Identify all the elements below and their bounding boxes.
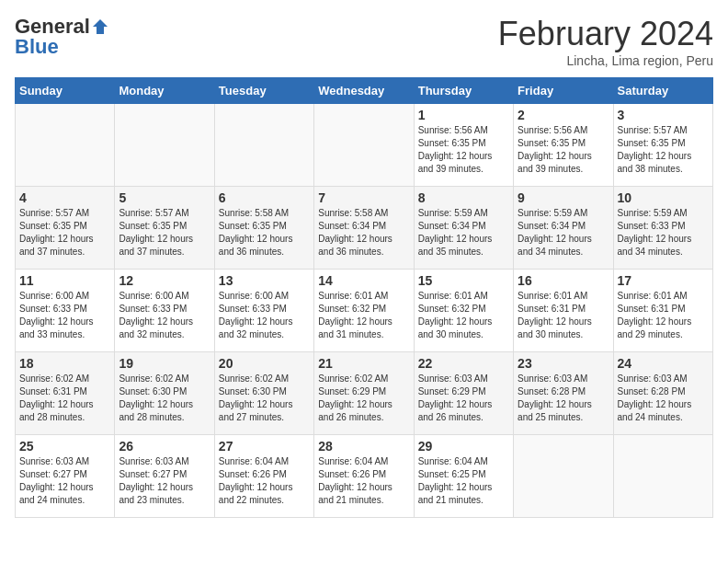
weekday-header-sunday: Sunday [16, 78, 115, 104]
day-info: Sunrise: 6:01 AMSunset: 6:31 PMDaylight:… [518, 290, 609, 341]
day-number: 4 [19, 190, 110, 205]
calendar-cell: 15Sunrise: 6:01 AMSunset: 6:32 PMDayligh… [414, 270, 513, 352]
day-number: 20 [219, 356, 310, 371]
logo: General Blue [15, 15, 110, 59]
calendar-cell: 23Sunrise: 6:03 AMSunset: 6:28 PMDayligh… [514, 352, 613, 435]
weekday-header-friday: Friday [514, 78, 613, 104]
day-info: Sunrise: 5:57 AMSunset: 6:35 PMDaylight:… [19, 207, 110, 259]
day-number: 15 [418, 273, 509, 288]
day-info: Sunrise: 5:56 AMSunset: 6:35 PMDaylight:… [418, 124, 509, 176]
weekday-header-thursday: Thursday [414, 78, 513, 104]
day-info: Sunrise: 5:57 AMSunset: 6:35 PMDaylight:… [119, 207, 210, 259]
calendar-cell: 18Sunrise: 6:02 AMSunset: 6:31 PMDayligh… [16, 352, 115, 435]
day-number: 17 [618, 273, 709, 288]
calendar-cell: 16Sunrise: 6:01 AMSunset: 6:31 PMDayligh… [514, 270, 613, 352]
calendar-cell: 19Sunrise: 6:02 AMSunset: 6:30 PMDayligh… [115, 352, 214, 435]
day-info: Sunrise: 6:00 AMSunset: 6:33 PMDaylight:… [19, 290, 110, 341]
calendar-cell: 11Sunrise: 6:00 AMSunset: 6:33 PMDayligh… [16, 270, 115, 352]
day-info: Sunrise: 6:01 AMSunset: 6:32 PMDaylight:… [418, 290, 509, 341]
day-number: 1 [418, 108, 509, 122]
day-info: Sunrise: 5:59 AMSunset: 6:34 PMDaylight:… [418, 207, 509, 259]
month-title: February 2024 [498, 15, 713, 53]
day-number: 22 [418, 356, 509, 371]
calendar-cell: 25Sunrise: 6:03 AMSunset: 6:27 PMDayligh… [16, 435, 115, 518]
calendar-table: SundayMondayTuesdayWednesdayThursdayFrid… [15, 77, 713, 518]
day-number: 3 [618, 108, 709, 122]
weekday-header-monday: Monday [115, 78, 214, 104]
calendar-cell [115, 104, 214, 187]
day-info: Sunrise: 6:00 AMSunset: 6:33 PMDaylight:… [119, 290, 210, 341]
day-info: Sunrise: 6:00 AMSunset: 6:33 PMDaylight:… [219, 290, 310, 341]
calendar-cell [314, 104, 414, 187]
calendar-cell: 4Sunrise: 5:57 AMSunset: 6:35 PMDaylight… [16, 187, 115, 270]
calendar-cell: 9Sunrise: 5:59 AMSunset: 6:34 PMDaylight… [514, 187, 613, 270]
day-info: Sunrise: 6:01 AMSunset: 6:32 PMDaylight:… [318, 290, 409, 341]
calendar-cell: 24Sunrise: 6:03 AMSunset: 6:28 PMDayligh… [613, 352, 712, 435]
calendar-cell [514, 435, 613, 518]
day-info: Sunrise: 6:03 AMSunset: 6:28 PMDaylight:… [618, 373, 709, 424]
calendar-cell: 13Sunrise: 6:00 AMSunset: 6:33 PMDayligh… [214, 270, 313, 352]
day-info: Sunrise: 5:59 AMSunset: 6:34 PMDaylight:… [518, 207, 609, 259]
calendar-cell: 5Sunrise: 5:57 AMSunset: 6:35 PMDaylight… [115, 187, 214, 270]
day-number: 13 [219, 273, 310, 288]
weekday-header-wednesday: Wednesday [314, 78, 414, 104]
location: Lincha, Lima region, Peru [498, 53, 713, 68]
day-number: 25 [19, 439, 110, 454]
weekday-header-tuesday: Tuesday [214, 78, 313, 104]
day-info: Sunrise: 6:02 AMSunset: 6:30 PMDaylight:… [219, 373, 310, 424]
day-number: 9 [518, 190, 609, 205]
day-info: Sunrise: 6:03 AMSunset: 6:27 PMDaylight:… [19, 455, 110, 507]
day-number: 11 [19, 273, 110, 288]
day-info: Sunrise: 5:59 AMSunset: 6:33 PMDaylight:… [618, 207, 709, 259]
logo-blue-text: Blue [15, 35, 59, 59]
day-info: Sunrise: 5:58 AMSunset: 6:35 PMDaylight:… [219, 207, 310, 259]
calendar-cell [16, 104, 115, 187]
day-info: Sunrise: 6:01 AMSunset: 6:31 PMDaylight:… [618, 290, 709, 341]
calendar-cell: 21Sunrise: 6:02 AMSunset: 6:29 PMDayligh… [314, 352, 414, 435]
day-info: Sunrise: 6:04 AMSunset: 6:25 PMDaylight:… [418, 455, 509, 507]
calendar-cell: 12Sunrise: 6:00 AMSunset: 6:33 PMDayligh… [115, 270, 214, 352]
calendar-cell [214, 104, 313, 187]
day-number: 10 [618, 190, 709, 205]
day-info: Sunrise: 5:58 AMSunset: 6:34 PMDaylight:… [318, 207, 409, 259]
calendar-cell: 22Sunrise: 6:03 AMSunset: 6:29 PMDayligh… [414, 352, 513, 435]
day-number: 27 [219, 439, 310, 454]
day-number: 16 [518, 273, 609, 288]
calendar-cell: 20Sunrise: 6:02 AMSunset: 6:30 PMDayligh… [214, 352, 313, 435]
day-number: 21 [318, 356, 409, 371]
calendar-cell: 10Sunrise: 5:59 AMSunset: 6:33 PMDayligh… [613, 187, 712, 270]
page-header: General Blue February 2024 Lincha, Lima … [15, 15, 713, 68]
day-number: 14 [318, 273, 409, 288]
calendar-cell: 28Sunrise: 6:04 AMSunset: 6:26 PMDayligh… [314, 435, 414, 518]
day-number: 26 [119, 439, 210, 454]
calendar-cell: 7Sunrise: 5:58 AMSunset: 6:34 PMDaylight… [314, 187, 414, 270]
calendar-cell [613, 435, 712, 518]
day-number: 28 [318, 439, 409, 454]
calendar-cell: 27Sunrise: 6:04 AMSunset: 6:26 PMDayligh… [214, 435, 313, 518]
svg-marker-0 [93, 19, 108, 34]
title-area: February 2024 Lincha, Lima region, Peru [498, 15, 713, 68]
day-number: 24 [618, 356, 709, 371]
weekday-header-saturday: Saturday [613, 78, 712, 104]
calendar-cell: 26Sunrise: 6:03 AMSunset: 6:27 PMDayligh… [115, 435, 214, 518]
calendar-cell: 3Sunrise: 5:57 AMSunset: 6:35 PMDaylight… [613, 104, 712, 187]
day-info: Sunrise: 5:56 AMSunset: 6:35 PMDaylight:… [518, 124, 609, 176]
calendar-cell: 29Sunrise: 6:04 AMSunset: 6:25 PMDayligh… [414, 435, 513, 518]
day-number: 8 [418, 190, 509, 205]
day-number: 18 [19, 356, 110, 371]
day-number: 12 [119, 273, 210, 288]
day-number: 19 [119, 356, 210, 371]
calendar-cell: 17Sunrise: 6:01 AMSunset: 6:31 PMDayligh… [613, 270, 712, 352]
calendar-cell: 14Sunrise: 6:01 AMSunset: 6:32 PMDayligh… [314, 270, 414, 352]
day-info: Sunrise: 6:02 AMSunset: 6:31 PMDaylight:… [19, 373, 110, 424]
day-info: Sunrise: 6:03 AMSunset: 6:28 PMDaylight:… [518, 373, 609, 424]
day-info: Sunrise: 6:03 AMSunset: 6:29 PMDaylight:… [418, 373, 509, 424]
day-info: Sunrise: 6:03 AMSunset: 6:27 PMDaylight:… [119, 455, 210, 507]
calendar-cell: 1Sunrise: 5:56 AMSunset: 6:35 PMDaylight… [414, 104, 513, 187]
day-info: Sunrise: 6:02 AMSunset: 6:30 PMDaylight:… [119, 373, 210, 424]
day-number: 7 [318, 190, 409, 205]
calendar-cell: 2Sunrise: 5:56 AMSunset: 6:35 PMDaylight… [514, 104, 613, 187]
logo-icon [91, 17, 109, 36]
day-number: 6 [219, 190, 310, 205]
day-info: Sunrise: 6:04 AMSunset: 6:26 PMDaylight:… [318, 455, 409, 507]
